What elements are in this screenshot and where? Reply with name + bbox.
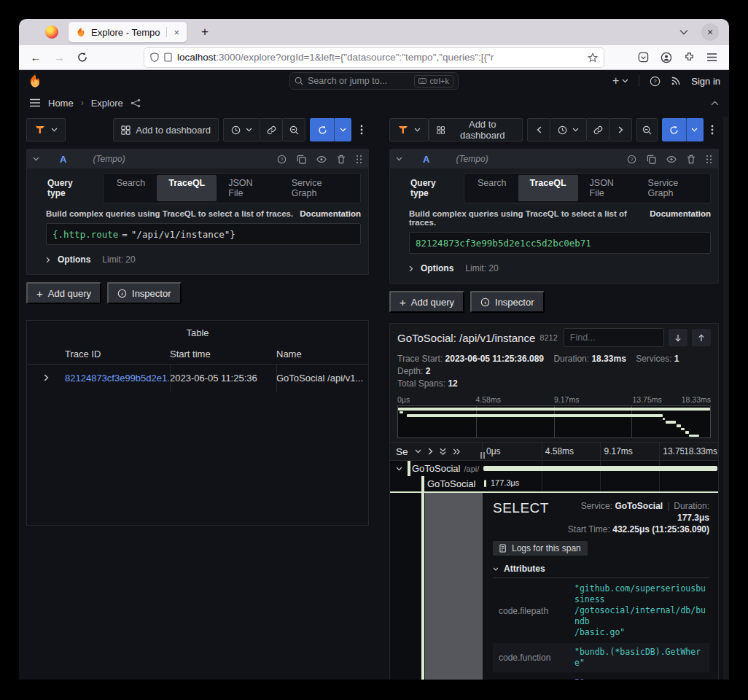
- inspector-button-right[interactable]: Inspector: [470, 291, 544, 313]
- run-query-dropdown-left[interactable]: [334, 118, 351, 141]
- page-scrollbar[interactable]: [723, 117, 728, 680]
- drag-handle-icon[interactable]: [356, 155, 362, 164]
- attribute-row[interactable]: code.filepath"github.com/superseriousbus…: [493, 580, 709, 642]
- find-prev-button[interactable]: [692, 329, 711, 346]
- traceql-query-input-left[interactable]: {.http.route = "/api/v1/instance"}: [46, 223, 361, 245]
- query-help-icon[interactable]: ?: [277, 155, 287, 164]
- time-picker-button-right[interactable]: [550, 118, 587, 141]
- tracking-shield-icon[interactable]: [150, 52, 159, 62]
- expand-all-icon[interactable]: [453, 448, 461, 455]
- pane-kebab-menu-left[interactable]: [354, 118, 369, 141]
- bookmark-star-icon[interactable]: [588, 52, 598, 63]
- page-info-icon[interactable]: [164, 52, 172, 62]
- trace-id-link[interactable]: 82124873cf3e99b5d2e1...: [65, 373, 170, 384]
- zoom-out-button-left[interactable]: [282, 118, 305, 141]
- forward-button[interactable]: →: [50, 51, 69, 63]
- new-tab-button[interactable]: +: [195, 23, 214, 41]
- traceql-query-input-right[interactable]: 82124873cf3e99b5d2e1cc5d2bc0eb71: [409, 232, 711, 254]
- zoom-out-button-right[interactable]: [636, 118, 657, 141]
- run-query-button-right[interactable]: [662, 118, 687, 141]
- tab-search[interactable]: Search: [466, 175, 518, 201]
- query-options-right[interactable]: Options Limit: 20: [409, 260, 711, 277]
- tab-close-icon[interactable]: ×: [172, 27, 181, 38]
- table-panel-title[interactable]: Table: [27, 321, 368, 346]
- column-header-trace-id[interactable]: Trace ID: [65, 349, 170, 359]
- drag-handle-icon[interactable]: [706, 155, 712, 164]
- collapse-caret-icon[interactable]: [711, 101, 719, 106]
- datasource-picker-right[interactable]: [389, 118, 429, 141]
- extensions-icon[interactable]: [684, 52, 695, 63]
- query-ref-id[interactable]: A: [423, 154, 429, 165]
- run-query-dropdown-right[interactable]: [686, 118, 704, 141]
- grafana-logo[interactable]: [28, 74, 42, 88]
- datasource-picker-left[interactable]: [26, 118, 66, 141]
- query-help-icon[interactable]: ?: [627, 155, 636, 164]
- trace-minimap[interactable]: [397, 405, 711, 438]
- add-menu-button[interactable]: +: [612, 74, 628, 88]
- documentation-link[interactable]: Documentation: [650, 209, 711, 227]
- browser-tab[interactable]: Explore - Tempo ×: [69, 22, 187, 42]
- account-icon[interactable]: [661, 52, 672, 63]
- table-row[interactable]: 82124873cf3e99b5d2e1... 2023-06-05 11:25…: [27, 364, 368, 392]
- shift-time-forward-button[interactable]: [609, 118, 632, 141]
- add-to-dashboard-button-left[interactable]: Add to dashboard: [113, 118, 219, 141]
- shield-badge-icon[interactable]: [638, 52, 649, 63]
- add-query-button-right[interactable]: +Add query: [389, 291, 464, 313]
- logs-for-span-button[interactable]: Logs for this span: [493, 541, 588, 556]
- sign-in-button[interactable]: Sign in: [691, 76, 720, 87]
- add-to-dashboard-button-right[interactable]: Add to dashboard: [429, 118, 523, 141]
- span-duration-bar[interactable]: [483, 466, 717, 471]
- query-row-header-right[interactable]: A (Tempo) ?: [390, 149, 718, 168]
- chevron-down-icon[interactable]: [396, 467, 402, 471]
- span-row-root[interactable]: GoToSocial /api/: [390, 461, 718, 476]
- span-row-selected[interactable]: GoToSocial 177.3μs: [390, 476, 718, 491]
- chevron-down-icon[interactable]: [396, 157, 402, 161]
- url-bar[interactable]: localhost:3000/explore?orgId=1&left={"da…: [144, 48, 604, 67]
- chevron-down-icon[interactable]: [33, 157, 39, 161]
- attributes-accordion[interactable]: Attributes: [493, 564, 709, 578]
- link-split-button-left[interactable]: [260, 118, 283, 141]
- search-input[interactable]: Search or jump to... ctrl+k: [289, 72, 459, 90]
- duplicate-query-icon[interactable]: [297, 155, 306, 164]
- attribute-row[interactable]: code.function"bundb.(*basicDB).GetWhere": [493, 643, 709, 672]
- trace-find-input[interactable]: [564, 328, 664, 347]
- disable-query-eye-icon[interactable]: [666, 155, 677, 163]
- tab-traceql[interactable]: TraceQL: [157, 175, 217, 201]
- query-row-header-left[interactable]: A (Tempo) ?: [27, 149, 368, 168]
- delete-query-trash-icon[interactable]: [687, 155, 696, 164]
- mega-menu-icon[interactable]: [29, 98, 41, 107]
- query-ref-id[interactable]: A: [60, 154, 66, 165]
- documentation-link[interactable]: Documentation: [300, 209, 361, 218]
- link-split-button-right[interactable]: [586, 118, 609, 141]
- service-operation-header[interactable]: Se: [396, 446, 408, 457]
- time-picker-button-left[interactable]: [223, 118, 260, 141]
- pane-kebab-menu-right[interactable]: [706, 118, 720, 141]
- collapse-all-icon[interactable]: [440, 448, 446, 456]
- tab-json-file[interactable]: JSON File: [217, 175, 279, 201]
- row-expander-icon[interactable]: [27, 373, 65, 384]
- tab-traceql[interactable]: TraceQL: [518, 175, 578, 201]
- shift-time-back-button[interactable]: [527, 118, 550, 141]
- duplicate-query-icon[interactable]: [647, 155, 656, 164]
- window-close-button[interactable]: ×: [701, 23, 719, 41]
- query-options-left[interactable]: Options Limit: 20: [46, 251, 361, 268]
- chevron-down-icon[interactable]: [415, 449, 421, 454]
- tab-search[interactable]: Search: [105, 175, 157, 201]
- tab-service-graph[interactable]: Service Graph: [280, 175, 359, 201]
- menu-icon[interactable]: [706, 52, 717, 62]
- reload-button[interactable]: [73, 52, 92, 63]
- add-query-button-left[interactable]: +Add query: [26, 282, 101, 304]
- breadcrumb-home[interactable]: Home: [48, 98, 74, 109]
- help-icon[interactable]: ?: [650, 76, 661, 87]
- tab-service-graph[interactable]: Service Graph: [636, 175, 709, 201]
- delete-query-trash-icon[interactable]: [337, 155, 346, 164]
- back-button[interactable]: ←: [26, 51, 45, 63]
- news-rss-icon[interactable]: [671, 76, 681, 86]
- disable-query-eye-icon[interactable]: [316, 155, 327, 163]
- run-query-button-left[interactable]: [310, 118, 335, 141]
- inspector-button-left[interactable]: Inspector: [107, 282, 181, 304]
- attribute-row[interactable]: code.lineno58: [493, 674, 709, 680]
- tab-json-file[interactable]: JSON File: [578, 175, 636, 201]
- tab-list-chevron-icon[interactable]: [679, 29, 688, 35]
- find-next-button[interactable]: [669, 329, 687, 346]
